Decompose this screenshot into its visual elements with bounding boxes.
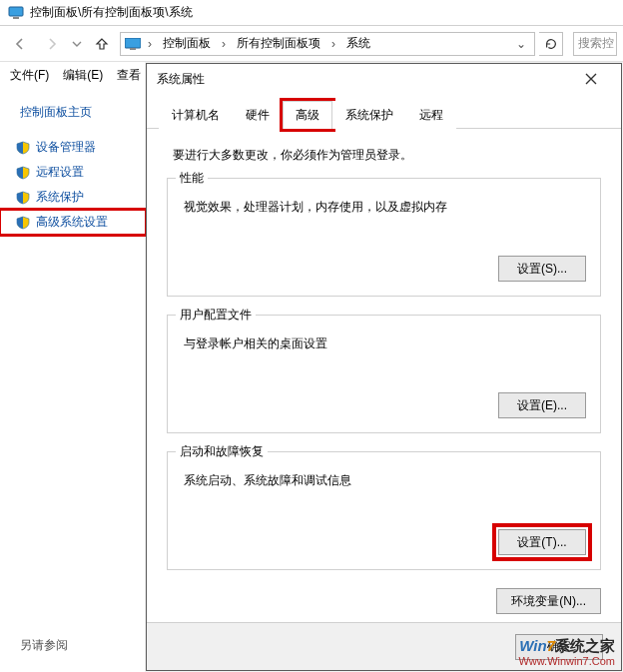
see-also-heading: 另请参阅 <box>20 637 68 654</box>
close-button[interactable] <box>571 65 611 93</box>
address-dropdown[interactable]: ⌄ <box>512 37 530 51</box>
dialog-footer: 确定 Win7系统之家 Www.Winwin7.Com <box>147 622 621 670</box>
shield-icon <box>16 216 30 230</box>
sidebar-item-device-manager[interactable]: 设备管理器 <box>0 135 146 160</box>
sidebar-item-label: 系统保护 <box>36 189 84 206</box>
shield-icon <box>16 166 30 180</box>
chevron-right-icon: › <box>145 37 155 51</box>
tab-computer-name[interactable]: 计算机名 <box>159 101 233 129</box>
group-user-profiles: 用户配置文件 与登录帐户相关的桌面设置 设置(E)... <box>167 315 601 433</box>
recent-dropdown[interactable] <box>70 30 84 58</box>
menu-file[interactable]: 文件(F) <box>10 67 49 84</box>
group-performance: 性能 视觉效果，处理器计划，内存使用，以及虚拟内存 设置(S)... <box>167 178 601 297</box>
search-input[interactable]: 搜索控 <box>573 32 617 56</box>
environment-variables-button[interactable]: 环境变量(N)... <box>496 588 601 614</box>
tab-system-protection[interactable]: 系统保护 <box>332 101 406 129</box>
system-properties-dialog: 系统属性 计算机名 硬件 高级 系统保护 远程 要进行大多数更改，你必须作为管理… <box>146 63 622 671</box>
up-button[interactable] <box>88 30 116 58</box>
svg-rect-1 <box>13 17 19 19</box>
group-legend: 启动和故障恢复 <box>176 443 268 460</box>
sidebar-item-system-protection[interactable]: 系统保护 <box>0 185 146 210</box>
svg-rect-3 <box>130 48 136 50</box>
refresh-button[interactable] <box>539 32 563 56</box>
user-profiles-settings-button[interactable]: 设置(E)... <box>498 392 586 418</box>
breadcrumb[interactable]: 控制面板 <box>159 33 215 54</box>
chevron-right-icon: › <box>328 37 338 51</box>
sidebar: 控制面板主页 设备管理器 远程设置 系统保护 高级系统设置 另请参阅 <box>0 88 146 672</box>
tab-remote[interactable]: 远程 <box>406 101 456 129</box>
performance-settings-button[interactable]: 设置(S)... <box>498 256 586 282</box>
group-description: 视觉效果，处理器计划，内存使用，以及虚拟内存 <box>184 199 586 216</box>
group-legend: 用户配置文件 <box>176 307 256 324</box>
sidebar-item-label: 远程设置 <box>36 164 84 181</box>
group-description: 与登录帐户相关的桌面设置 <box>184 336 586 352</box>
menu-edit[interactable]: 编辑(E) <box>63 67 103 84</box>
explorer-toolbar: › 控制面板 › 所有控制面板项 › 系统 ⌄ 搜索控 <box>0 26 623 62</box>
ok-button[interactable]: 确定 <box>515 634 603 660</box>
tab-hardware[interactable]: 硬件 <box>233 101 283 129</box>
dialog-body: 要进行大多数更改，你必须作为管理员登录。 性能 视觉效果，处理器计划，内存使用，… <box>147 129 621 622</box>
forward-button[interactable] <box>38 30 66 58</box>
back-button[interactable] <box>6 30 34 58</box>
dialog-title: 系统属性 <box>157 71 205 88</box>
sidebar-item-advanced-system-settings[interactable]: 高级系统设置 <box>0 210 146 235</box>
startup-recovery-settings-button[interactable]: 设置(T)... <box>498 529 586 555</box>
svg-rect-2 <box>125 38 141 48</box>
tab-advanced[interactable]: 高级 <box>283 101 332 129</box>
search-placeholder: 搜索控 <box>578 35 614 52</box>
menu-view[interactable]: 查看 <box>117 67 141 84</box>
group-description: 系统启动、系统故障和调试信息 <box>184 472 586 489</box>
svg-rect-0 <box>9 7 23 16</box>
group-legend: 性能 <box>176 170 208 187</box>
shield-icon <box>16 141 30 155</box>
breadcrumb[interactable]: 所有控制面板项 <box>233 33 324 54</box>
sidebar-item-label: 高级系统设置 <box>36 214 108 231</box>
breadcrumb[interactable]: 系统 <box>342 33 374 54</box>
admin-notice: 要进行大多数更改，你必须作为管理员登录。 <box>173 147 601 164</box>
control-panel-home-link[interactable]: 控制面板主页 <box>0 98 146 135</box>
dialog-titlebar: 系统属性 <box>147 64 621 94</box>
monitor-icon <box>125 38 141 50</box>
sidebar-item-remote-settings[interactable]: 远程设置 <box>0 160 146 185</box>
shield-icon <box>16 191 30 205</box>
group-startup-recovery: 启动和故障恢复 系统启动、系统故障和调试信息 设置(T)... <box>167 451 601 570</box>
window-title-path: 控制面板\所有控制面板项\系统 <box>30 4 193 21</box>
system-icon <box>8 5 24 21</box>
window-titlebar: 控制面板\所有控制面板项\系统 <box>0 0 623 26</box>
address-bar[interactable]: › 控制面板 › 所有控制面板项 › 系统 ⌄ <box>120 32 535 56</box>
sidebar-item-label: 设备管理器 <box>36 139 96 156</box>
tab-strip: 计算机名 硬件 高级 系统保护 远程 <box>147 94 621 129</box>
chevron-right-icon: › <box>219 37 229 51</box>
